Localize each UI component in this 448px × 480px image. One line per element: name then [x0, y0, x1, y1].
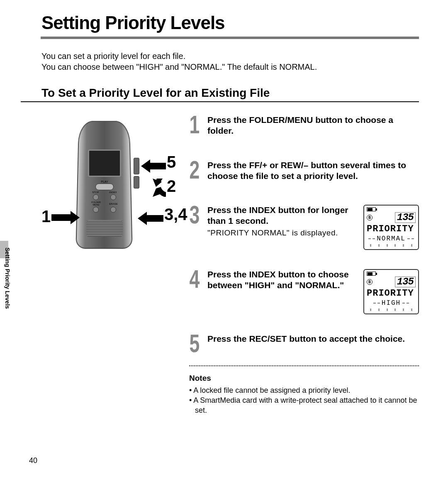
play-button-icon	[95, 184, 114, 190]
arrow-callout-1	[51, 211, 80, 224]
step-2: 2 Press the FF/+ or REW/– button several…	[189, 159, 419, 182]
lcd-folder: B	[367, 279, 373, 285]
battery-icon	[367, 272, 376, 276]
side-tab-label: Setting Priority Levels	[4, 247, 11, 309]
lcd-file-number: 135	[395, 212, 416, 223]
callout-5: 5	[167, 153, 176, 171]
intro-line-1: You can set a priority level for each fi…	[41, 51, 419, 61]
erase-button-label: ERASE	[109, 203, 117, 205]
page-title: Setting Priority Levels	[21, 12, 419, 33]
page-number: 40	[29, 456, 37, 465]
step-number: 2	[189, 159, 200, 181]
lcd-display-normal: B 135 PRIORITY NORMAL	[363, 205, 419, 250]
erase-button-icon	[110, 207, 116, 213]
step-number: 1	[189, 114, 200, 136]
step-1: 1 Press the FOLDER/MENU button to choose…	[189, 114, 419, 137]
note-item: A SmartMedia card with a write-protect s…	[189, 395, 419, 416]
index-button-label: INDEX	[109, 191, 117, 193]
lcd-line-1: PRIORITY	[367, 224, 416, 234]
side-tab: Setting Priority Levels	[0, 241, 14, 336]
lcd-display-high: B 135 PRIORITY HIGH	[363, 269, 419, 314]
device-figure: PLAY STOP INDEX FOLDERMENU ERASE	[41, 114, 178, 416]
lcd-line-1: PRIORITY	[367, 288, 416, 299]
step-number: 5	[189, 333, 200, 355]
notes-heading: Notes	[189, 374, 419, 383]
side-button-2	[134, 176, 139, 189]
step-4: 4 Press the INDEX button to choose betwe…	[189, 268, 419, 314]
step-subtext: "PRIORITY NORMAL" is displayed.	[207, 228, 358, 238]
steps-list: 1 Press the FOLDER/MENU button to choose…	[189, 114, 419, 416]
side-button-1	[134, 158, 139, 174]
step-title: Press the INDEX button to choose between…	[207, 269, 358, 291]
notes-list: A locked file cannot be assigned a prior…	[189, 385, 419, 416]
arrow-callout-3-4	[138, 212, 163, 225]
stop-button-icon	[93, 194, 99, 200]
step-title: Press the REC/SET button to accept the c…	[207, 333, 419, 344]
arrow-callout-2	[142, 179, 166, 198]
section-subtitle: To Set a Priority Level for an Existing …	[21, 86, 419, 102]
lcd-file-number: 135	[395, 277, 416, 287]
folder-menu-button-icon	[93, 207, 99, 213]
folder-menu-button-label: FOLDERMENU	[91, 201, 100, 206]
voice-recorder-illustration: PLAY STOP INDEX FOLDERMENU ERASE	[69, 114, 139, 251]
step-3: 3 Press the INDEX button for longer than…	[189, 204, 419, 250]
callout-2: 2	[167, 177, 176, 196]
step-number: 3	[189, 204, 200, 226]
step-title: Press the FOLDER/MENU button to choose a…	[207, 115, 419, 137]
callout-3-4: 3,4	[164, 205, 187, 224]
step-title: Press the FF/+ or REW/– button several t…	[207, 160, 419, 182]
battery-icon	[367, 207, 376, 211]
dotted-separator	[189, 365, 419, 366]
step-number: 4	[189, 268, 200, 290]
lcd-status: HIGH	[382, 299, 401, 307]
callout-1: 1	[41, 207, 51, 226]
step-5: 5 Press the REC/SET button to accept the…	[189, 333, 419, 355]
note-item: A locked file cannot be assigned a prior…	[189, 385, 419, 395]
lcd-folder: B	[367, 215, 373, 220]
index-button-icon	[110, 194, 116, 200]
lcd-status: NORMAL	[377, 235, 406, 242]
speaker-grille	[86, 220, 123, 237]
title-rule	[41, 37, 419, 39]
intro-line-2: You can choose between "HIGH" and "NORMA…	[41, 61, 419, 72]
intro-text: You can set a priority level for each fi…	[21, 51, 419, 72]
step-title: Press the INDEX button for longer than 1…	[207, 205, 358, 227]
arrow-callout-5	[141, 159, 166, 173]
stop-button-label: STOP	[92, 191, 99, 193]
play-button-label: PLAY	[87, 180, 122, 183]
